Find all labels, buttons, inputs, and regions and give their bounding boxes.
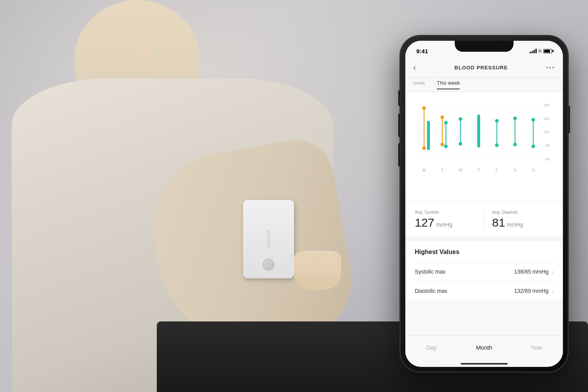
volume-up-button <box>398 114 400 137</box>
svg-point-18 <box>422 106 426 110</box>
phone-frame: 9:41 ⎘ ‹ BLOOD PRESSURE <box>400 35 568 372</box>
svg-point-41 <box>532 145 535 148</box>
systolic-stat: Avg. Systolic 127 mmHg <box>415 210 476 229</box>
systolic-max-chevron-icon: › <box>552 269 554 275</box>
diastolic-value: 81 mmHg <box>492 216 554 229</box>
signal-icon <box>530 49 537 53</box>
systolic-max-value-group: 138/85 mmHg › <box>514 269 554 275</box>
diastolic-max-value-group: 132/89 mmHg › <box>514 288 554 294</box>
bp-device: withings <box>243 200 294 278</box>
svg-rect-32 <box>477 115 480 148</box>
svg-point-23 <box>441 115 444 119</box>
wifi-icon: ⎘ <box>539 48 541 54</box>
svg-point-24 <box>441 143 444 146</box>
systolic-max-value: 138/85 mmHg <box>514 269 548 275</box>
power-button <box>568 106 570 133</box>
stats-section: Avg. Systolic 127 mmHg Avg. Diastolic 81… <box>405 201 563 237</box>
systolic-value: 127 mmHg <box>415 216 476 229</box>
diastolic-max-label: Diastolic max <box>415 288 447 294</box>
phone-container: 9:41 ⎘ ‹ BLOOD PRESSURE <box>400 35 568 372</box>
phone-screen: 9:41 ⎘ ‹ BLOOD PRESSURE <box>405 41 563 367</box>
svg-point-34 <box>495 119 499 123</box>
tab-this-week[interactable]: This week <box>437 80 460 89</box>
person-ear <box>139 43 151 63</box>
screen-title: BLOOD PRESSURE <box>454 65 508 71</box>
svg-text:M: M <box>423 168 426 172</box>
svg-point-30 <box>459 142 462 145</box>
svg-text:60: 60 <box>546 157 550 161</box>
svg-text:W: W <box>459 168 463 172</box>
time-range-tabs: week This week <box>405 78 563 92</box>
svg-point-38 <box>513 143 517 146</box>
tab-day[interactable]: Day <box>405 340 458 355</box>
stats-divider <box>484 210 485 229</box>
highest-values-section: Highest Values Systolic max 138/85 mmHg … <box>405 241 563 300</box>
svg-text:F: F <box>495 168 498 172</box>
systolic-label: Avg. Systolic <box>415 210 476 214</box>
svg-point-27 <box>444 145 448 148</box>
period-tabs: Day Month Year <box>405 336 563 359</box>
svg-text:T: T <box>477 168 480 172</box>
device-button <box>263 259 274 270</box>
diastolic-max-row[interactable]: Diastolic max 132/89 mmHg › <box>415 281 554 300</box>
person-hand <box>294 251 341 290</box>
blood-pressure-chart: 140 120 100 80 60 M T W T F <box>405 92 563 201</box>
phone-notch <box>455 41 514 52</box>
mute-button <box>398 90 400 106</box>
diastolic-max-value: 132/89 mmHg <box>514 288 548 294</box>
tab-month[interactable]: Month <box>458 340 510 355</box>
diastolic-label: Avg. Diastolic <box>492 210 554 214</box>
diastolic-max-chevron-icon: › <box>552 288 554 294</box>
svg-rect-21 <box>427 121 430 150</box>
status-time: 9:41 <box>416 45 428 54</box>
tab-week[interactable]: week <box>413 80 425 89</box>
battery-icon <box>543 49 552 53</box>
tab-year[interactable]: Year <box>510 340 563 355</box>
diastolic-stat: Avg. Diastolic 81 mmHg <box>492 210 554 229</box>
svg-point-35 <box>495 143 499 147</box>
svg-point-19 <box>422 146 426 150</box>
more-button[interactable]: ··· <box>546 63 555 72</box>
systolic-max-row[interactable]: Systolic max 138/85 mmHg › <box>415 262 554 281</box>
back-button[interactable]: ‹ <box>413 63 416 73</box>
status-icons: ⎘ <box>530 45 552 54</box>
home-indicator <box>461 363 508 365</box>
svg-text:S: S <box>514 168 516 172</box>
device-logo: withings <box>267 230 271 248</box>
highest-values-title: Highest Values <box>415 249 554 256</box>
systolic-max-label: Systolic max <box>415 269 446 275</box>
svg-text:S: S <box>532 168 535 172</box>
svg-text:T: T <box>441 168 443 172</box>
svg-text:80: 80 <box>546 143 550 147</box>
app-header: ‹ BLOOD PRESSURE ··· <box>405 58 563 78</box>
svg-point-29 <box>459 117 462 121</box>
svg-point-26 <box>444 121 448 124</box>
svg-point-37 <box>513 116 517 120</box>
chart-svg: 140 120 100 80 60 M T W T F <box>413 98 555 188</box>
svg-point-40 <box>532 118 535 122</box>
volume-down-button <box>398 143 400 167</box>
